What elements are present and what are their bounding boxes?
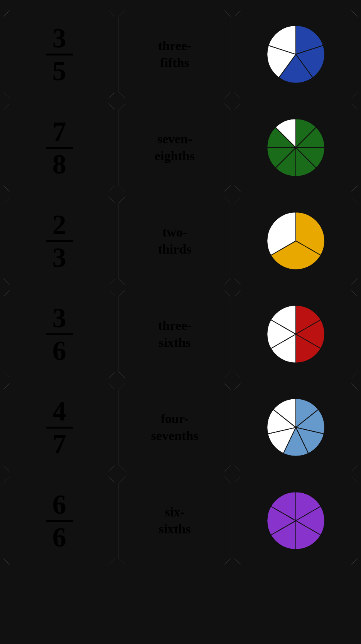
- fraction-number: 4 7: [46, 397, 73, 458]
- fraction-line: [46, 147, 73, 149]
- fraction-circle-svg: [263, 208, 329, 274]
- fraction-word: two-thirds: [158, 224, 192, 258]
- fraction-circle-card: [234, 103, 358, 192]
- fraction-word-card: three-sixths: [118, 290, 231, 378]
- fraction-number: 6 6: [46, 491, 73, 551]
- fraction-circle-card: [234, 10, 358, 99]
- fraction-number: 3 5: [46, 24, 73, 85]
- fraction-word: three-sixths: [158, 317, 191, 351]
- fraction-circle-card: [234, 476, 358, 565]
- fraction-word: three-fifths: [158, 37, 191, 71]
- fraction-number: 2 3: [46, 211, 73, 271]
- fraction-word: four-sevenths: [151, 410, 199, 444]
- numerator: 6: [52, 491, 66, 518]
- fraction-number-card: 4 7: [3, 383, 115, 472]
- denominator: 3: [52, 244, 66, 271]
- fraction-row: 2 3 two-thirds: [0, 194, 361, 288]
- fraction-circle-card: [234, 383, 358, 472]
- denominator: 5: [52, 57, 66, 85]
- fraction-row: 7 8 seven-eighths: [0, 101, 361, 194]
- fraction-circle-card: [234, 290, 358, 378]
- fraction-circle-svg: [263, 395, 329, 460]
- fraction-number-card: 3 5: [3, 10, 115, 99]
- fraction-row: 6 6 six-sixths: [0, 474, 361, 567]
- denominator: 8: [52, 150, 66, 178]
- fraction-row: 4 7 four-sevenths: [0, 381, 361, 474]
- fraction-number: 3 6: [46, 304, 73, 365]
- fraction-row: 3 6 three-sixths: [0, 288, 361, 381]
- fraction-grid: 3 5 three-fifths 7 8 seven-eighths 2: [0, 8, 361, 567]
- fraction-word-card: two-thirds: [118, 197, 231, 285]
- fraction-number-card: 6 6: [3, 476, 115, 565]
- fraction-number-card: 2 3: [3, 197, 115, 285]
- fraction-circle-card: [234, 197, 358, 285]
- fraction-circle-svg: [263, 22, 329, 87]
- denominator: 6: [52, 337, 66, 365]
- fraction-word: seven-eighths: [155, 131, 195, 165]
- numerator: 4: [52, 397, 66, 425]
- fraction-circle-svg: [263, 115, 329, 180]
- fraction-word-card: four-sevenths: [118, 383, 231, 472]
- numerator: 2: [52, 211, 66, 239]
- denominator: 6: [52, 523, 66, 551]
- fraction-word-card: seven-eighths: [118, 103, 231, 192]
- fraction-number-card: 3 6: [3, 290, 115, 378]
- fraction-line: [46, 520, 73, 522]
- numerator: 7: [52, 118, 66, 145]
- fraction-line: [46, 240, 73, 242]
- fraction-circle-svg: [263, 488, 329, 553]
- denominator: 7: [52, 430, 66, 458]
- fraction-word-card: six-sixths: [118, 476, 231, 565]
- fraction-number: 7 8: [46, 118, 73, 178]
- fraction-line: [46, 54, 73, 55]
- numerator: 3: [52, 304, 66, 332]
- numerator: 3: [52, 24, 66, 52]
- fraction-number-card: 7 8: [3, 103, 115, 192]
- fraction-circle-svg: [263, 301, 329, 367]
- fraction-line: [46, 333, 73, 335]
- fraction-row: 3 5 three-fifths: [0, 8, 361, 101]
- fraction-line: [46, 427, 73, 429]
- header-row: [0, 0, 361, 8]
- fraction-word-card: three-fifths: [118, 10, 231, 99]
- fraction-word: six-sixths: [159, 504, 191, 538]
